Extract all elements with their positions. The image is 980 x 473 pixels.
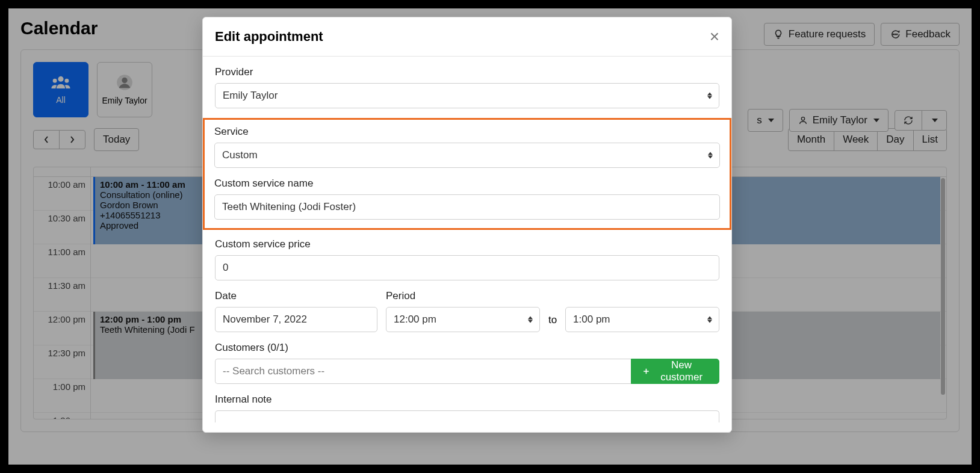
svg-point-8	[122, 78, 127, 83]
internal-note-input[interactable]	[215, 410, 719, 422]
period-to-select[interactable]	[565, 307, 719, 332]
provider-select[interactable]	[215, 83, 719, 108]
chat-icon	[890, 29, 901, 40]
date-input[interactable]	[215, 307, 377, 332]
time-label: 12:00 pm	[34, 312, 90, 345]
time-label: 11:00 am	[34, 244, 90, 278]
provider-emily[interactable]: Emily Taylor	[97, 62, 152, 117]
service-select[interactable]	[214, 143, 720, 168]
svg-point-1	[895, 34, 896, 35]
date-label: Date	[215, 290, 377, 302]
period-from-select[interactable]	[386, 307, 540, 332]
chevron-down-icon	[932, 119, 938, 122]
svg-point-0	[893, 34, 895, 35]
provider-label: Provider	[215, 66, 719, 78]
user-dropdown[interactable]: Emily Taylor	[789, 109, 889, 132]
custom-service-price-input[interactable]	[215, 255, 719, 280]
svg-point-3	[801, 117, 804, 120]
feedback-button[interactable]: Feedback	[881, 23, 960, 46]
refresh-dropdown[interactable]	[922, 110, 947, 131]
today-button[interactable]: Today	[94, 128, 139, 151]
chevron-left-icon	[43, 135, 49, 144]
refresh-icon	[904, 116, 913, 125]
edit-appointment-modal: Edit appointment × Provider Service	[202, 17, 732, 433]
new-customer-button[interactable]: New customer	[631, 359, 719, 384]
time-label: 10:00 am	[34, 177, 90, 211]
feedback-label: Feedback	[905, 28, 951, 40]
plus-icon	[642, 366, 650, 376]
close-button[interactable]: ×	[710, 28, 719, 45]
close-icon: ×	[710, 27, 719, 46]
refresh-button[interactable]	[895, 110, 922, 131]
truncated-dropdown-label: s	[757, 114, 762, 126]
user-icon	[798, 116, 808, 125]
svg-point-2	[897, 34, 898, 35]
svg-point-4	[58, 76, 63, 82]
lightbulb-icon	[773, 29, 784, 40]
time-label: 1:30 pm	[34, 413, 90, 419]
to-label: to	[548, 314, 557, 332]
provider-emily-label: Emily Taylor	[102, 96, 147, 105]
chevron-down-icon	[873, 119, 879, 122]
highlighted-section: Service Custom service name	[203, 118, 731, 230]
svg-point-5	[53, 79, 57, 83]
new-customer-label: New customer	[655, 359, 708, 383]
feature-requests-label: Feature requests	[789, 28, 866, 40]
time-label: 11:30 am	[34, 278, 90, 312]
time-label: 10:30 am	[34, 211, 90, 244]
period-label: Period	[386, 290, 540, 302]
customers-label: Customers (0/1)	[215, 342, 719, 354]
feature-requests-button[interactable]: Feature requests	[764, 23, 875, 46]
provider-all-label: All	[56, 95, 66, 105]
user-dropdown-label: Emily Taylor	[813, 114, 867, 126]
user-circle-icon	[116, 74, 133, 91]
time-label: 12:30 pm	[34, 345, 90, 379]
truncated-dropdown[interactable]: s	[748, 109, 783, 132]
svg-point-6	[65, 79, 69, 83]
time-label: 1:00 pm	[34, 379, 90, 413]
custom-service-name-input[interactable]	[214, 194, 720, 220]
next-button[interactable]	[59, 130, 85, 149]
custom-service-name-label: Custom service name	[214, 178, 720, 190]
search-customers-input[interactable]	[215, 359, 631, 384]
prev-button[interactable]	[33, 130, 60, 149]
chevron-down-icon	[768, 119, 774, 122]
scrollbar[interactable]	[941, 178, 945, 395]
internal-note-label: Internal note	[215, 394, 719, 406]
service-label: Service	[214, 126, 720, 138]
modal-title: Edit appointment	[215, 29, 323, 45]
users-icon	[51, 75, 71, 90]
custom-service-price-label: Custom service price	[215, 238, 719, 250]
chevron-right-icon	[69, 135, 75, 144]
provider-all[interactable]: All	[33, 62, 88, 117]
